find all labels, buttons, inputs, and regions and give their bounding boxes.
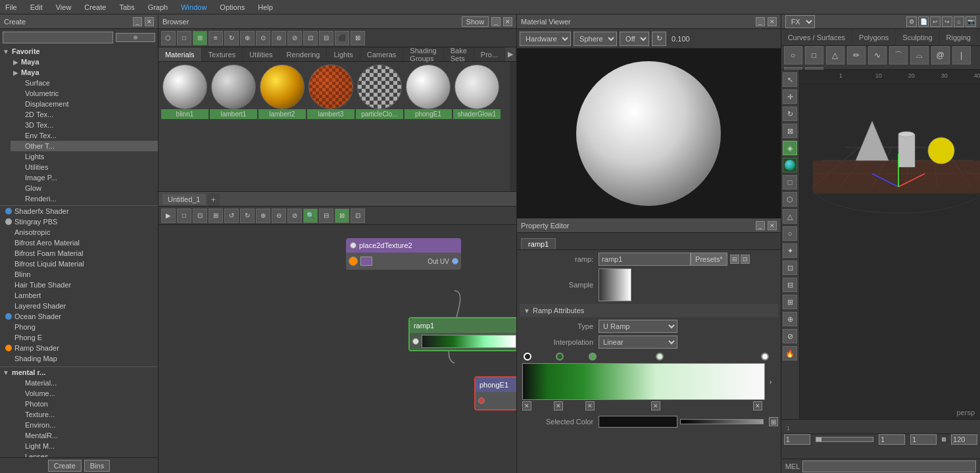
tree-item-lightmaps[interactable]: Light M...	[11, 441, 158, 451]
tree-group-favorite[interactable]: ▼ Favorite	[0, 46, 158, 57]
type-select[interactable]: U Ramp	[599, 320, 677, 333]
menu-view[interactable]: View	[53, 2, 74, 12]
timeline-val-3[interactable]	[910, 434, 937, 445]
tree-item-2dtex[interactable]: 2D Tex...	[11, 109, 158, 120]
tree-item-mentalr[interactable]: MentalR...	[11, 430, 158, 441]
tree-item-volume2[interactable]: Volume...	[11, 388, 158, 399]
ramp-handle-2[interactable]	[589, 353, 597, 361]
browser-close[interactable]: ✕	[503, 17, 512, 26]
viewer-refresh[interactable]: ↻	[652, 32, 666, 46]
tb-btn-1[interactable]: ⬡	[161, 31, 176, 45]
node-tab-untitled[interactable]: Untitled_1	[162, 194, 206, 205]
material-lambert2[interactable]: lambert2	[258, 64, 306, 189]
tree-item-utilities[interactable]: Utilities	[11, 162, 158, 172]
port-phonge1-in[interactable]	[478, 397, 485, 404]
shader-bifrost-aero[interactable]: Bifrost Aero Material	[0, 237, 158, 248]
node-tab-add[interactable]: +	[207, 193, 220, 206]
ramp-handle-0[interactable]	[524, 353, 531, 361]
shader-bifrost-foam[interactable]: Bifrost Foam Material	[0, 248, 158, 259]
shape-select[interactable]: Sphere	[574, 32, 617, 46]
port-place2d-icon2[interactable]	[360, 257, 372, 266]
fx-tab-rigging[interactable]: Rigging	[940, 29, 978, 45]
prop-tab-ramp1[interactable]: ramp1	[521, 238, 556, 249]
fx-icon-pen[interactable]: ✏	[847, 46, 866, 64]
node-tb-12[interactable]: ⊠	[335, 209, 349, 223]
fx-side-btn12[interactable]: ⊡	[783, 261, 797, 275]
timeline-thumb[interactable]	[816, 437, 821, 441]
fx-side-btn13[interactable]: ⊟	[783, 278, 797, 292]
fx-tab-sculpting[interactable]: Sculpting	[896, 29, 939, 45]
port-place2d-in[interactable]	[350, 242, 356, 249]
fx-side-cone[interactable]: △	[783, 209, 797, 224]
fx-side-scale[interactable]: ⊠	[783, 124, 797, 138]
port-place2d-icon[interactable]	[349, 257, 358, 266]
material-phonge1[interactable]: phongE1	[404, 64, 452, 189]
shader-lambert[interactable]: Lambert	[0, 290, 158, 301]
fx-icon-line[interactable]: |	[952, 46, 971, 64]
tab-rendering[interactable]: Rendering	[280, 47, 328, 61]
close-btn[interactable]: ✕	[145, 17, 154, 26]
fx-side-btn16[interactable]: ⊘	[783, 329, 797, 343]
tb-btn-7[interactable]: ⊙	[256, 31, 270, 45]
shader-shading-map[interactable]: Shading Map	[0, 353, 158, 364]
tb-btn-2[interactable]: □	[177, 31, 191, 45]
menu-edit[interactable]: Edit	[28, 2, 45, 12]
browser-show-btn[interactable]: Show	[462, 16, 489, 27]
fx-side-rotate[interactable]: ↻	[783, 107, 797, 121]
fx-tab-curves-surfaces[interactable]: Curves / Surfaces	[781, 29, 852, 45]
material-blinn1[interactable]: blinn1	[161, 64, 208, 189]
prop-icon-1[interactable]: ⊟	[730, 255, 739, 264]
tree-group-maya1[interactable]: ▶ Maya	[11, 57, 158, 67]
material-lambert3[interactable]: lambert3	[307, 64, 355, 189]
tree-item-glow[interactable]: Glow	[11, 183, 158, 193]
fx-tab-polygons[interactable]: Polygons	[852, 29, 896, 45]
node-tb-10[interactable]: 🔍	[303, 209, 318, 223]
tb-btn-9[interactable]: ⊘	[287, 31, 302, 45]
tab-textures[interactable]: Textures	[202, 47, 243, 61]
fx-arrow-icon[interactable]: ↩	[930, 16, 941, 27]
fx-side-active[interactable]: ◈	[783, 141, 797, 155]
shader-hair-tube[interactable]: Hair Tube Shader	[0, 280, 158, 290]
ramp-handle-4[interactable]	[761, 353, 769, 361]
ramp-gradient-body[interactable]	[522, 363, 765, 400]
fx-icon-triangle[interactable]: △	[826, 46, 845, 64]
material-shaderglow1[interactable]: shaderGlow1	[453, 64, 501, 189]
node-tb-11[interactable]: ⊟	[319, 209, 333, 223]
shader-shaderfx[interactable]: Shaderfx Shader	[0, 206, 158, 216]
menu-window[interactable]: Window	[178, 2, 209, 12]
tb-btn-13[interactable]: ⊠	[351, 31, 365, 45]
tree-item-3dtex[interactable]: 3D Tex...	[11, 120, 158, 130]
tree-item-textures[interactable]: Texture...	[11, 409, 158, 420]
menu-file[interactable]: File	[3, 2, 20, 12]
fx-side-arrow[interactable]: ↖	[783, 72, 797, 87]
fx-icon-spiral[interactable]: @	[931, 46, 950, 64]
tb-btn-6[interactable]: ⊕	[240, 31, 255, 45]
menu-help[interactable]: Help	[255, 2, 276, 12]
shader-ocean[interactable]: Ocean Shader	[0, 311, 158, 322]
ramp-handle-1[interactable]	[556, 353, 564, 361]
fx-select[interactable]: FX	[785, 15, 815, 28]
color-slider[interactable]	[680, 419, 764, 424]
fx-icon-circle[interactable]: ○	[784, 46, 802, 64]
tb-btn-8[interactable]: ⊖	[272, 31, 286, 45]
node-tb-3[interactable]: ⊡	[193, 209, 207, 223]
fx-side-btn15[interactable]: ⊕	[783, 312, 797, 326]
tree-item-volume[interactable]: Volumetric	[11, 88, 158, 99]
browser-minimize[interactable]: _	[491, 17, 501, 26]
tab-cameras[interactable]: Cameras	[360, 47, 404, 61]
fx-side-sphere[interactable]	[783, 158, 797, 172]
fx-side-torus[interactable]: ○	[783, 226, 797, 241]
menu-options[interactable]: Options	[217, 2, 247, 12]
tree-item-lights[interactable]: Lights	[11, 151, 158, 162]
timeline-val-2[interactable]	[879, 434, 905, 445]
mel-input[interactable]	[802, 461, 976, 472]
fx-side-box[interactable]: □	[783, 175, 797, 189]
tab-pro[interactable]: Pro...	[474, 47, 505, 61]
ramp-del-1[interactable]: ✕	[554, 401, 563, 411]
fx-icon-curve[interactable]: ∿	[868, 46, 887, 64]
shader-layered[interactable]: Layered Shader	[0, 301, 158, 311]
timeline-val-4[interactable]	[951, 434, 977, 445]
bins-button[interactable]: Bins	[84, 460, 110, 472]
tb-btn-10[interactable]: ⊡	[303, 31, 318, 45]
tab-more[interactable]: ▶	[505, 47, 516, 61]
